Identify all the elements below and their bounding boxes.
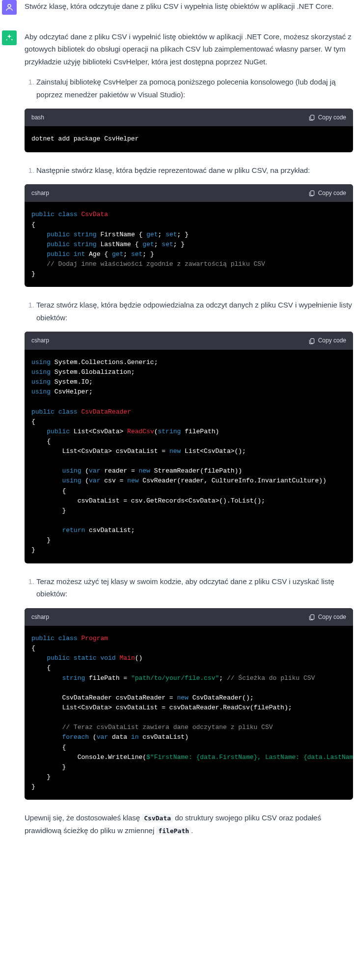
clipboard-icon (308, 337, 315, 344)
code-content[interactable]: public class CsvData { public string Fir… (25, 202, 353, 287)
clipboard-icon (308, 114, 315, 121)
code-bar: csharp Copy code (25, 608, 353, 626)
step-number: 1. (25, 164, 34, 177)
code-content[interactable]: public class Program { public static voi… (25, 626, 353, 800)
step-text: Zainstaluj bibliotekę CsvHelper za pomoc… (36, 76, 353, 101)
assistant-content: Aby odczytać dane z pliku CSV i wypełnić… (25, 30, 353, 845)
user-content: Stwórz klasę, która odczytuje dane z pli… (25, 0, 353, 21)
step-text: Następnie stwórz klasę, która będzie rep… (36, 164, 353, 177)
code-block: csharp Copy code using System.Collection… (25, 332, 353, 563)
steps-list: 1. Zainstaluj bibliotekę CsvHelper za po… (25, 76, 353, 800)
assistant-outro: Upewnij się, że dostosowałeś klasę CsvDa… (25, 812, 353, 837)
assistant-intro: Aby odczytać dane z pliku CSV i wypełnić… (25, 30, 353, 68)
step-text: Teraz możesz użyć tej klasy w swoim kodz… (36, 575, 353, 600)
sparkle-icon (5, 33, 14, 42)
code-lang: csharp (31, 336, 49, 345)
assistant-message: Aby odczytać dane z pliku CSV i wypełnić… (0, 30, 355, 855)
code-block: bash Copy code dotnet add package CsvHel… (25, 109, 353, 152)
step-item: 1. Zainstaluj bibliotekę CsvHelper za po… (25, 76, 353, 152)
code-bar: csharp Copy code (25, 184, 353, 202)
step-item: 1. Następnie stwórz klasę, która będzie … (25, 164, 353, 287)
step-item: 1. Teraz możesz użyć tej klasy w swoim k… (25, 575, 353, 800)
assistant-avatar (2, 30, 17, 45)
step-text: Teraz stwórz klasę, która będzie odpowie… (36, 299, 353, 324)
inline-code: filePath (156, 827, 191, 835)
person-icon (5, 3, 14, 12)
code-lang: csharp (31, 612, 49, 622)
code-bar: bash Copy code (25, 109, 353, 126)
copy-label: Copy code (318, 188, 346, 198)
step-item: 1. Teraz stwórz klasę, która będzie odpo… (25, 299, 353, 563)
user-message: Stwórz klasę, która odczytuje dane z pli… (0, 0, 355, 30)
code-content[interactable]: using System.Collections.Generic; using … (25, 350, 353, 563)
svg-rect-3 (310, 338, 314, 343)
user-avatar (2, 0, 17, 15)
code-block: csharp Copy code public class CsvData { … (25, 184, 353, 287)
copy-button[interactable]: Copy code (308, 336, 346, 345)
svg-rect-4 (310, 615, 314, 619)
inline-code: CsvData (142, 814, 173, 822)
step-number: 1. (25, 299, 34, 324)
code-lang: bash (31, 112, 44, 122)
copy-label: Copy code (318, 112, 346, 122)
copy-label: Copy code (318, 612, 346, 622)
copy-button[interactable]: Copy code (308, 112, 346, 122)
code-block: csharp Copy code public class Program { … (25, 608, 353, 800)
code-lang: csharp (31, 188, 49, 198)
user-text: Stwórz klasę, która odczytuje dane z pli… (25, 0, 353, 13)
svg-rect-2 (310, 191, 314, 196)
code-bar: csharp Copy code (25, 332, 353, 349)
step-number: 1. (25, 575, 34, 600)
svg-rect-1 (310, 115, 314, 120)
svg-point-0 (8, 4, 11, 7)
step-number: 1. (25, 76, 34, 101)
code-content[interactable]: dotnet add package CsvHelper (25, 126, 353, 152)
clipboard-icon (308, 190, 315, 196)
copy-label: Copy code (318, 336, 346, 345)
copy-button[interactable]: Copy code (308, 612, 346, 622)
copy-button[interactable]: Copy code (308, 188, 346, 198)
clipboard-icon (308, 614, 315, 620)
